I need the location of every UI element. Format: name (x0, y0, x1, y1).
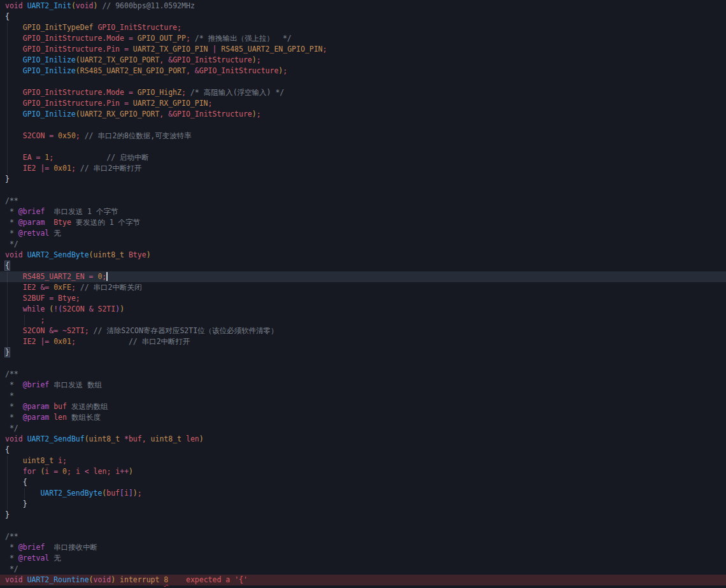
syntax-token: = (85, 272, 98, 281)
syntax-token: { (5, 12, 10, 21)
syntax-token: while (23, 305, 45, 313)
code-line[interactable] (0, 76, 726, 87)
code-line[interactable]: GPIO_InitStructure.Mode = GPIO_OUT_PP; /… (0, 33, 726, 44)
syntax-token: ~ (62, 326, 67, 335)
indent-guide (7, 477, 8, 488)
code-line[interactable] (0, 185, 726, 196)
syntax-token: UART2_RX_GPIO_PIN (133, 99, 208, 108)
syntax-token (5, 66, 23, 75)
syntax-token: @brief (18, 543, 45, 552)
code-line[interactable]: IE2 |= 0x01; // 串口2中断打开 (0, 336, 726, 347)
code-line[interactable]: IE2 &= 0xFE; // 串口2中断关闭 (0, 282, 726, 293)
code-line[interactable]: void UART2_SendByte(uint8_t Btye) (0, 250, 726, 261)
code-line[interactable]: * @brief 串口接收中断 (0, 542, 726, 553)
code-line[interactable] (0, 520, 726, 531)
syntax-token: // 9600bps@11.0592MHz (102, 1, 194, 10)
syntax-token (76, 283, 80, 292)
code-line[interactable] (0, 141, 726, 152)
syntax-token: ) (199, 434, 204, 443)
code-line[interactable]: /** (0, 531, 726, 542)
code-line[interactable]: GPIO_Inilize(UART2_RX_GPIO_PORT, &GPIO_I… (0, 109, 726, 120)
code-line[interactable]: } (0, 347, 726, 358)
code-line[interactable]: for (i = 0; i < len; i++) (0, 466, 726, 477)
code-line[interactable] (0, 358, 726, 369)
syntax-token (120, 434, 124, 443)
code-line[interactable]: { (0, 477, 726, 488)
code-line[interactable]: GPIO_InitStructure.Pin = UART2_TX_GPIO_P… (0, 44, 726, 55)
syntax-token: ; (71, 164, 76, 173)
syntax-token: @param (23, 402, 50, 411)
code-line[interactable]: /** (0, 196, 726, 206)
code-line[interactable]: void UART2_Init(void) // 9600bps@11.0592… (0, 1, 726, 11)
syntax-token: 无 (49, 229, 60, 238)
syntax-token: ; (323, 45, 327, 54)
code-line[interactable]: UART2_SendByte(buf[i]); (0, 488, 726, 499)
syntax-token: GPIO_InitStructure (173, 110, 252, 118)
syntax-token: Btye; (58, 294, 80, 303)
code-line[interactable]: * @param buf 发送的数组 (0, 401, 726, 412)
syntax-token (190, 34, 195, 43)
code-line[interactable]: GPIO_Inilize(UART2_TX_GPIO_PORT, &GPIO_I… (0, 55, 726, 66)
code-line[interactable]: uint8_t i; (0, 455, 726, 466)
code-line[interactable]: IE2 |= 0x01; // 串口2中断打开 (0, 163, 726, 174)
code-line[interactable]: while (!(S2CON & S2TI)) (0, 304, 726, 315)
code-line-current[interactable]: RS485_UART2_EN = 0; (0, 271, 726, 282)
code-line[interactable]: GPIO_InitStructure.Mode = GPIO_HighZ; /*… (0, 87, 726, 98)
code-line[interactable]: * @brief 串口发送 数组 (0, 380, 726, 391)
syntax-token: , (186, 66, 190, 75)
code-line[interactable]: */ (0, 423, 726, 434)
code-line[interactable]: S2CON = 0x50; // 串口2的8位数据,可变波特率 (0, 131, 726, 141)
code-line[interactable]: S2CON &= ~S2TI; // 清除S2CON寄存器对应S2TI位（该位必… (0, 326, 726, 336)
syntax-token: } (5, 175, 10, 183)
syntax-token: RS485_UART2_EN (23, 272, 85, 281)
syntax-token (5, 467, 23, 476)
code-line[interactable]: { (0, 261, 726, 271)
code-line[interactable]: { (0, 445, 726, 455)
indent-guide (7, 66, 8, 76)
code-editor[interactable]: void UART2_Init(void) // 9600bps@11.0592… (0, 0, 726, 588)
syntax-token: interrupt (120, 575, 159, 584)
syntax-token: void (94, 575, 111, 584)
syntax-token: = (32, 153, 45, 162)
syntax-token (76, 337, 129, 346)
syntax-token: S2TI (97, 305, 115, 313)
indent-guide (7, 120, 8, 131)
code-line[interactable]: } (0, 174, 726, 185)
code-line[interactable]: * @retval 无 (0, 553, 726, 564)
code-line[interactable]: GPIO_Inilize(RS485_UART2_EN_GPIO_PORT, &… (0, 66, 726, 76)
code-line[interactable]: * @retval 无 (0, 228, 726, 239)
code-line[interactable]: S2BUF = Btye; (0, 293, 726, 304)
code-line[interactable]: } (0, 499, 726, 510)
syntax-token: UART2_TX_GPIO_PIN (133, 45, 208, 54)
code-line[interactable]: { (0, 11, 726, 22)
code-line[interactable]: GPIO_InitStructure.Pin = UART2_RX_GPIO_P… (0, 98, 726, 109)
syntax-token: = (124, 88, 138, 97)
syntax-token: ; (67, 467, 71, 476)
code-line-error[interactable]: void UART2_Rountine(void) interrupt 8 ex… (0, 575, 726, 585)
syntax-token: UART2_Init (27, 1, 71, 10)
code-line[interactable]: GPIO_InitTypeDef GPIO_InitStructure; (0, 22, 726, 33)
code-line[interactable]: } (0, 510, 726, 520)
code-line[interactable] (0, 120, 726, 131)
syntax-token (23, 575, 27, 584)
syntax-token: UART2_RX_GPIO_PORT (80, 110, 160, 118)
syntax-token: * (5, 380, 23, 389)
syntax-token: 数组长度 (67, 413, 101, 422)
code-line[interactable]: /** (0, 369, 726, 380)
code-line[interactable]: */ (0, 239, 726, 250)
code-line[interactable]: EA = 1; // 启动中断 (0, 152, 726, 163)
code-line[interactable]: ; (0, 315, 726, 326)
code-line[interactable]: void UART2_SendBuf(uint8_t *buf, uint8_t… (0, 434, 726, 445)
code-line[interactable]: * @param len 数组长度 (0, 412, 726, 423)
code-line[interactable]: * @param Btye 要发送的 1 个字节 (0, 217, 726, 228)
code-line[interactable]: * @brief 串口发送 1 个字节 (0, 206, 726, 217)
code-line[interactable]: */ (0, 564, 726, 575)
syntax-token: |= (36, 337, 53, 346)
indent-guide (7, 336, 8, 347)
syntax-token: @retval (18, 229, 49, 238)
syntax-token: */ (5, 424, 18, 433)
syntax-token: S2BUF (23, 294, 45, 303)
code-line[interactable]: * (0, 391, 726, 401)
syntax-token: /** (5, 196, 18, 205)
syntax-token (5, 326, 23, 335)
